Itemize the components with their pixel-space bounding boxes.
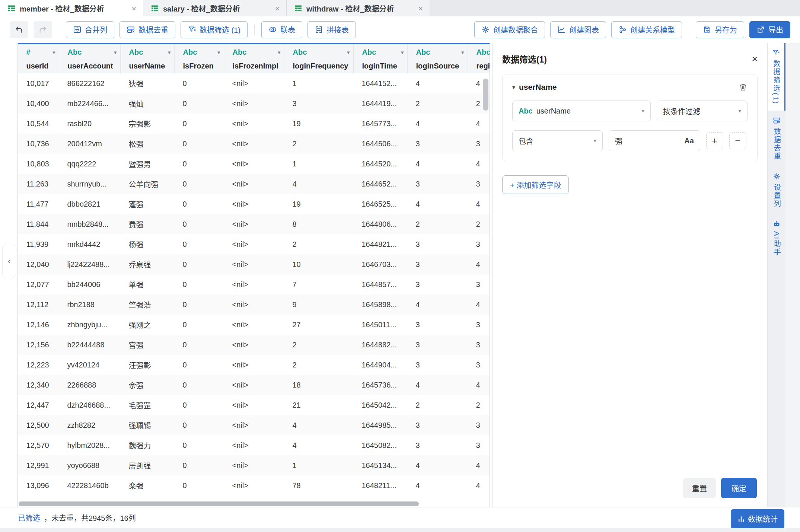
table-row[interactable]: 12,156b22444488宫强0<nil>21644882...33	[18, 335, 489, 355]
column-header-isFrozenImpl[interactable]: Abc▾isFrozenImpl	[224, 44, 284, 73]
rail-item-column-settings[interactable]: 设置列	[768, 166, 785, 214]
data-statistics-button[interactable]: 数据统计	[731, 509, 784, 528]
column-header-userId[interactable]: #▾userId	[18, 44, 59, 73]
cell: 佘强	[120, 380, 174, 391]
table-row[interactable]: 10,400mb224466...强灿0<nil>31644419...22	[18, 93, 489, 114]
table-row[interactable]: 12,040lj22422488...乔泉强0<nil>101646703...…	[18, 254, 489, 274]
collapse-handle[interactable]: ‹	[2, 244, 16, 278]
cell: 10,017	[18, 79, 59, 88]
tab-withdraw[interactable]: withdraw - 检材_数据分析 ×	[287, 0, 430, 16]
remove-condition-button[interactable]: −	[729, 132, 746, 149]
confirm-button[interactable]: 确定	[721, 478, 757, 498]
operator-select[interactable]: 包含 ▾	[512, 130, 603, 151]
cell: <nil>	[224, 441, 284, 450]
column-header-registerS[interactable]: Abc▾registerS	[468, 44, 489, 73]
cell: 蓬强	[120, 199, 174, 210]
tab-member[interactable]: member - 检材_数据分析 ×	[0, 0, 143, 16]
column-menu-icon[interactable]: ▾	[461, 49, 464, 56]
cell: 10,544	[18, 120, 59, 128]
cell: 78	[284, 481, 353, 490]
filtered-status-link[interactable]: 已筛选	[18, 512, 40, 523]
redo-button[interactable]	[34, 21, 52, 38]
case-sensitive-toggle[interactable]: Aa	[684, 137, 694, 145]
horizontal-scrollbar[interactable]	[19, 501, 419, 506]
create-chart-button[interactable]: 创建图表	[550, 21, 606, 38]
create-relation-model-button[interactable]: 创建关系模型	[611, 21, 682, 38]
close-icon[interactable]: ×	[132, 4, 136, 12]
undo-button[interactable]	[10, 21, 28, 38]
dedupe-button[interactable]: 数据去重	[119, 21, 175, 38]
column-menu-icon[interactable]: ▾	[114, 49, 117, 56]
column-header-loginSource[interactable]: Abc▾loginSource	[407, 44, 468, 73]
rail-item-dedupe[interactable]: 数据去重	[768, 111, 785, 166]
save-as-button[interactable]: 另存为	[696, 21, 744, 38]
column-menu-icon[interactable]: ▾	[168, 49, 171, 56]
table-row[interactable]: 12,3402266888佘强0<nil>181645736...44	[18, 375, 489, 395]
column-menu-icon[interactable]: ▾	[217, 49, 220, 56]
table-row[interactable]: 12,146zhbngybju...强刚之0<nil>271645011...3…	[18, 315, 489, 335]
table-row[interactable]: 12,077bb244006单强0<nil>71644857...33	[18, 274, 489, 294]
close-icon[interactable]: ×	[418, 4, 423, 12]
table-row[interactable]: 12,500zzh8282强珮锡0<nil>41644985...33	[18, 415, 489, 435]
filter-mode-select[interactable]: 按条件过滤 ▾	[657, 101, 748, 121]
cell: 0	[174, 260, 224, 269]
export-button[interactable]: 导出	[749, 21, 790, 38]
column-menu-icon[interactable]: ▾	[52, 49, 55, 56]
rail-item-data-filter[interactable]: 数据筛选(1)	[768, 43, 785, 111]
table-row[interactable]: 11,844mnbb2848...费强0<nil>81644806...22	[18, 214, 489, 234]
field-select[interactable]: Abc userName ▾	[512, 101, 651, 121]
cell: yv420124	[59, 361, 120, 369]
cell: 2	[284, 240, 353, 249]
column-name: registerS	[476, 62, 489, 70]
vertical-scrollbar[interactable]	[483, 79, 488, 111]
table-row[interactable]: 11,939mrkd4442杨强0<nil>21644821...33	[18, 234, 489, 254]
table-row[interactable]: 10,544rasbl20宗强影0<nil>191645773...44	[18, 114, 489, 134]
cell: 1644857...	[353, 280, 407, 289]
table-row[interactable]: 12,112rbn2188竺强浩0<nil>91645898...44	[18, 294, 489, 315]
table-row[interactable]: 10,736200412vm松强0<nil>21644506...33	[18, 134, 489, 154]
cell: <nil>	[224, 240, 284, 249]
cell: 公羊向强	[120, 179, 174, 189]
table-icon	[8, 5, 15, 12]
column-menu-icon[interactable]: ▾	[347, 49, 350, 56]
join-table-button[interactable]: 联表	[261, 21, 302, 38]
add-condition-button[interactable]: +	[706, 132, 723, 149]
collapse-caret-icon[interactable]: ▾	[512, 84, 515, 91]
merge-columns-button[interactable]: 合并列	[66, 21, 114, 38]
cell: 21	[284, 401, 353, 410]
concat-table-button[interactable]: 拼接表	[307, 21, 356, 38]
table-row[interactable]: 11,477dbbo2821蓬强0<nil>191646525...44	[18, 194, 489, 214]
cell: 0	[174, 401, 224, 410]
column-header-userName[interactable]: Abc▾userName	[120, 44, 174, 73]
column-header-isFrozen[interactable]: Abc▾isFrozen	[174, 44, 224, 73]
table-row[interactable]: 12,223yv420124汪强彰0<nil>21644904...33	[18, 355, 489, 375]
table-row[interactable]: 13,096422281460b栾强0<nil>781648211...44	[18, 475, 489, 496]
cell: 强灿	[120, 98, 174, 109]
filter-value-input[interactable]: 强 Aa	[609, 130, 700, 151]
add-filter-field-button[interactable]: + 添加筛选字段	[502, 175, 569, 194]
column-header-userAccount[interactable]: Abc▾userAccount	[59, 44, 120, 73]
column-menu-icon[interactable]: ▾	[401, 49, 404, 56]
tab-label: withdraw - 检材_数据分析	[306, 3, 414, 14]
aggregation-icon	[481, 25, 490, 34]
tab-salary[interactable]: salary - 检材_数据分析 ×	[143, 0, 287, 16]
close-icon[interactable]: ×	[275, 4, 280, 12]
cell: 3	[468, 441, 489, 450]
rail-item-ai-assistant[interactable]: AI助手	[768, 214, 785, 262]
table-row[interactable]: 10,803qqq2222暨强男0<nil>11644520...44	[18, 154, 489, 174]
column-header-loginTime[interactable]: Abc▾loginTime	[353, 44, 407, 73]
column-type-icon: Abc	[416, 48, 430, 57]
table-row[interactable]: 12,447dzh246688...毛强罡0<nil>211645042...2…	[18, 395, 489, 415]
column-menu-icon[interactable]: ▾	[278, 49, 281, 56]
table-row[interactable]: 10,017866222162狄强0<nil>11644152...44	[18, 73, 489, 93]
data-filter-button[interactable]: 数据筛选 (1)	[181, 21, 248, 38]
close-icon[interactable]: ×	[752, 54, 758, 64]
trash-icon[interactable]	[739, 83, 748, 92]
table-row[interactable]: 12,991yoyo6688居凯强0<nil>11645134...44	[18, 455, 489, 475]
table-row[interactable]: 12,570hylbm2028...魏强力0<nil>41645082...33	[18, 435, 489, 455]
column-header-loginFrequency[interactable]: Abc▾loginFrequency	[284, 44, 353, 73]
cell: 1645042...	[353, 401, 407, 410]
table-row[interactable]: 11,263shurrnyub...公羊向强0<nil>41644652...3…	[18, 174, 489, 194]
create-aggregation-button[interactable]: 创建数据聚合	[474, 21, 545, 38]
reset-button[interactable]: 重置	[683, 478, 716, 498]
